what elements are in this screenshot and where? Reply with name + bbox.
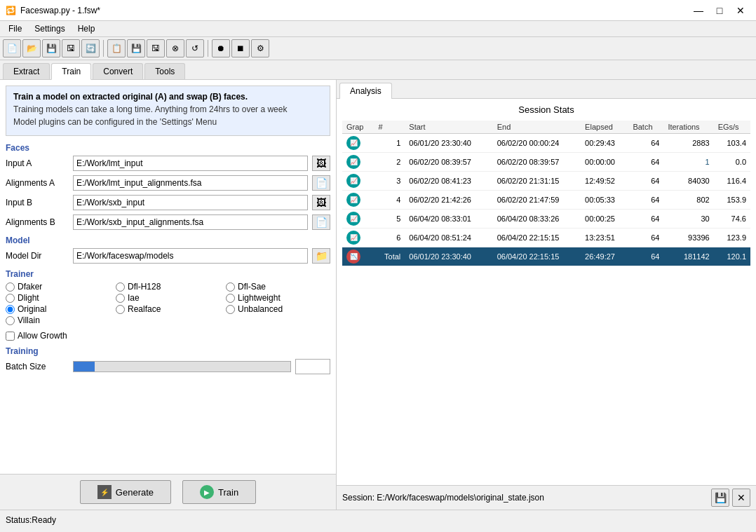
minimize-button[interactable]: — [689,3,708,18]
tab-extract[interactable]: Extract [3,63,50,79]
model-dir-field[interactable] [73,248,308,264]
alignments-b-browse-button[interactable]: 📄 [312,214,330,230]
tab-analysis[interactable]: Analysis [339,83,392,99]
radio-lightweight-input[interactable] [226,294,235,303]
toolbar-rec[interactable]: ⏺ [212,39,230,57]
radio-realface-input[interactable] [116,305,125,314]
col-num: # [374,121,405,134]
cell-total-egs: 120.1 [714,247,750,266]
batch-size-value[interactable] [295,359,330,374]
menu-help[interactable]: Help [72,22,101,35]
allow-growth-checkbox[interactable] [6,332,15,341]
alignments-a-browse-button[interactable]: 📄 [312,175,330,191]
table-row[interactable]: 📈 4 06/02/20 21:42:26 06/02/20 21:47:59 … [342,191,750,210]
batch-size-slider-track[interactable] [73,361,291,372]
col-elapsed: Elapsed [581,121,628,134]
radio-realface-label: Realface [128,304,161,314]
menu-file[interactable]: File [3,22,27,35]
cell-total-end: 06/04/20 22:15:15 [493,247,581,266]
col-graph: Grap [342,121,374,134]
cell-iterations: 802 [663,191,713,210]
input-a-browse-button[interactable]: 🖼 [312,156,330,171]
input-b-field[interactable] [73,195,308,210]
generate-button[interactable]: ⚡ Generate [80,480,171,504]
radio-dfl-h128-label: Dfl-H128 [128,282,161,292]
main-content: Train a model on extracted original (A) … [0,80,756,510]
close-button[interactable]: ✕ [731,3,750,18]
generate-icon: ⚡ [97,485,112,499]
graph-icon-total: 📉 [346,250,360,264]
radio-dfaker-input[interactable] [6,282,15,292]
toolbar-new[interactable]: 📄 [3,39,21,57]
radio-original: Original [6,304,110,314]
session-close-button[interactable]: ✕ [732,489,750,507]
session-path-value: E:/Work/faceswap/models\original_state.j… [377,493,544,503]
toolbar-open[interactable]: 📂 [22,39,41,57]
radio-dfl-h128-input[interactable] [116,282,125,292]
radio-dfl-h128: Dfl-H128 [116,282,220,292]
alignments-a-row: Alignments A 📄 [6,175,330,191]
graph-icon: 📈 [346,231,360,245]
stats-table: Grap # Start End Elapsed Batch Iteration… [342,121,750,266]
radio-villain-input[interactable] [6,316,15,325]
radio-dlight-input[interactable] [6,294,15,303]
table-row[interactable]: 📈 1 06/01/20 23:30:40 06/02/20 00:00:24 … [342,134,750,153]
toolbar-save[interactable]: 💾 [42,39,60,57]
train-button[interactable]: ▶ Train [182,480,256,504]
generate-label: Generate [116,487,154,498]
radio-iae: Iae [116,293,220,303]
model-dir-label: Model Dir [6,251,69,261]
cell-num: 1 [374,134,405,153]
training-section: Training Batch Size [6,346,330,374]
tab-convert[interactable]: Convert [93,63,143,79]
col-egs: EGs/s [714,121,750,134]
radio-original-input[interactable] [6,305,15,314]
toolbar-copy[interactable]: 📋 [107,39,126,57]
toolbar-refresh2[interactable]: ↺ [186,39,204,57]
cell-num: 3 [374,172,405,191]
radio-iae-input[interactable] [116,294,125,303]
cell-iterations: 2883 [663,134,713,153]
input-a-field[interactable] [73,156,308,171]
radio-dfaker: Dfaker [6,282,110,292]
cell-egs: 116.4 [714,172,750,191]
cell-num: 6 [374,229,405,247]
table-row-total[interactable]: 📉 Total 06/01/20 23:30:40 06/04/20 22:15… [342,247,750,266]
tab-tools[interactable]: Tools [144,63,185,79]
toolbar-stop[interactable]: ⊗ [166,39,184,57]
batch-size-label: Batch Size [6,362,69,371]
title-bar-controls: — □ ✕ [689,3,750,18]
session-stats-title: Session Stats [337,99,756,121]
alignments-a-field[interactable] [73,175,308,191]
radio-unbalanced-input[interactable] [226,305,235,314]
toolbar-stop2[interactable]: ⏹ [231,39,250,57]
table-row[interactable]: 📈 6 06/04/20 08:51:24 06/04/20 22:15:15 … [342,229,750,247]
alignments-b-field[interactable] [73,214,308,230]
cell-end: 06/04/20 08:33:26 [493,210,581,229]
menu-settings[interactable]: Settings [29,22,70,35]
left-content: Train a model on extracted original (A) … [0,80,336,474]
input-b-browse-button[interactable]: 🖼 [312,195,330,210]
table-row[interactable]: 📈 3 06/02/20 08:41:23 06/02/20 21:31:15 … [342,172,750,191]
input-b-label: Input B [6,198,69,207]
toolbar-save3[interactable]: 🖫 [147,39,165,57]
window-title: Faceswap.py - 1.fsw* [20,6,100,15]
radio-dfl-sae-input[interactable] [226,282,235,292]
right-panel: Analysis Session Stats Grap # Start End … [337,80,756,510]
toolbar-settings[interactable]: ⚙ [251,39,269,57]
cell-batch: 64 [628,191,663,210]
toolbar-save-page[interactable]: 🖫 [62,39,80,57]
table-row[interactable]: 📈 2 06/02/20 08:39:57 06/02/20 08:39:57 … [342,153,750,172]
maximize-button[interactable]: □ [710,3,729,18]
col-batch: Batch [628,121,663,134]
stats-table-container: Grap # Start End Elapsed Batch Iteration… [337,121,756,485]
session-save-button[interactable]: 💾 [711,489,729,507]
toolbar-refresh[interactable]: 🔄 [81,39,100,57]
input-b-row: Input B 🖼 [6,195,330,210]
model-dir-browse-button[interactable]: 📁 [312,248,330,264]
tab-train[interactable]: Train [51,63,91,80]
table-row[interactable]: 📈 5 06/04/20 08:33:01 06/04/20 08:33:26 … [342,210,750,229]
toolbar-save2[interactable]: 💾 [127,39,145,57]
cell-total-elapsed: 26:49:27 [581,247,628,266]
cell-elapsed: 13:23:51 [581,229,628,247]
